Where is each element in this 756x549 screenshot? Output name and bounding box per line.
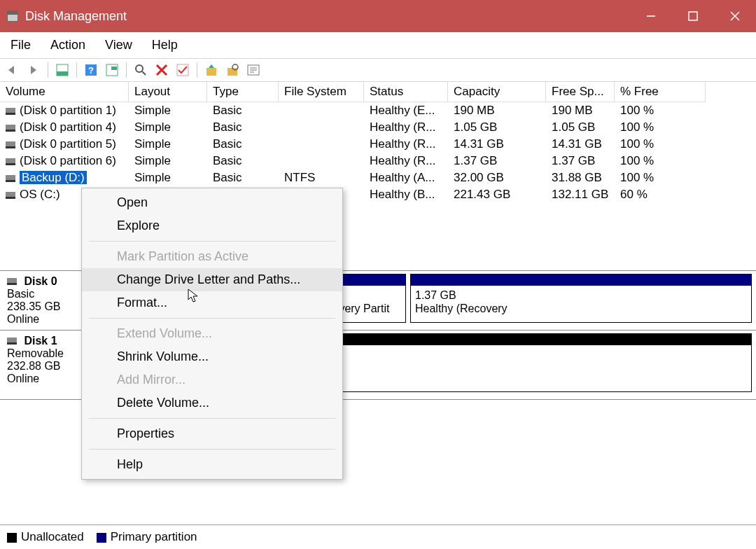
ctx-shrink-volume[interactable]: Shrink Volume... [82, 345, 342, 368]
help-icon[interactable]: ? [83, 62, 99, 78]
divider [89, 318, 335, 319]
disk-icon [7, 278, 17, 285]
refresh-icon[interactable] [104, 62, 120, 78]
col-layout[interactable]: Layout [129, 82, 207, 102]
volume-list: Volume Layout Type File System Status Ca… [0, 82, 756, 203]
minimize-button[interactable] [630, 0, 672, 32]
check-icon[interactable] [174, 62, 191, 78]
title-bar: Disk Management [0, 0, 756, 32]
menu-action[interactable]: Action [47, 36, 89, 54]
col-fs[interactable]: File System [279, 82, 364, 102]
menu-bar: File Action View Help [0, 32, 756, 59]
disk-icon [6, 125, 15, 132]
col-pct[interactable]: % Free [615, 82, 706, 102]
disk-icon [6, 158, 15, 165]
ctx-change-drive-letter[interactable]: Change Drive Letter and Paths... [82, 268, 342, 291]
table-row-selected[interactable]: Backup (D:) Simple Basic NTFS Healthy (A… [0, 169, 756, 186]
delete-icon[interactable] [153, 62, 170, 78]
svg-rect-5 [57, 71, 68, 76]
col-volume[interactable]: Volume [0, 82, 129, 102]
partition[interactable]: 1.37 GBHealthy (Recovery [410, 274, 752, 323]
ctx-open[interactable]: Open [82, 191, 342, 214]
divider [89, 418, 335, 419]
legend: Unallocated Primary partition [0, 524, 756, 549]
menu-file[interactable]: File [7, 36, 34, 54]
maximize-button[interactable] [672, 0, 714, 32]
back-icon[interactable] [4, 62, 21, 78]
table-row[interactable]: (Disk 0 partition 4) Simple Basic Health… [0, 119, 756, 136]
svg-rect-15 [206, 68, 216, 76]
cursor-icon [188, 289, 202, 306]
disk-icon [7, 338, 17, 345]
context-menu: Open Explore Mark Partition as Active Ch… [81, 188, 343, 480]
ctx-help[interactable]: Help [82, 453, 342, 476]
detach-vhd-icon[interactable] [224, 62, 241, 78]
volume-list-header: Volume Layout Type File System Status Ca… [0, 82, 756, 102]
col-status[interactable]: Status [364, 82, 448, 102]
swatch-primary [97, 533, 106, 543]
swatch-unallocated [7, 533, 17, 543]
divider [89, 241, 335, 242]
svg-rect-16 [227, 68, 237, 76]
disk-icon [6, 108, 15, 115]
divider [89, 449, 335, 450]
toolbar: ? [0, 59, 756, 82]
window-title: Disk Management [25, 9, 630, 24]
table-row[interactable]: (Disk 0 partition 5) Simple Basic Health… [0, 136, 756, 153]
ctx-explore[interactable]: Explore [82, 214, 342, 237]
col-type[interactable]: Type [207, 82, 279, 102]
close-button[interactable] [714, 0, 756, 32]
menu-help[interactable]: Help [148, 36, 181, 54]
disk-icon [6, 141, 15, 148]
rescan-icon[interactable] [132, 62, 149, 78]
ctx-properties[interactable]: Properties [82, 422, 342, 445]
ctx-extend-volume: Extend Volume... [82, 322, 342, 345]
col-capacity[interactable]: Capacity [448, 82, 546, 102]
disk-icon [6, 175, 15, 182]
svg-point-10 [136, 65, 143, 72]
ctx-add-mirror: Add Mirror... [82, 368, 342, 391]
ctx-delete-volume[interactable]: Delete Volume... [82, 391, 342, 415]
ctx-mark-active: Mark Partition as Active [82, 245, 342, 268]
menu-view[interactable]: View [102, 36, 136, 54]
properties-icon[interactable] [245, 62, 262, 78]
show-hide-icon[interactable] [54, 62, 71, 78]
svg-text:?: ? [88, 65, 94, 76]
svg-line-11 [142, 71, 146, 75]
ctx-format[interactable]: Format... [82, 291, 342, 314]
attach-vhd-icon[interactable] [203, 62, 220, 78]
svg-rect-9 [111, 67, 117, 70]
app-icon [7, 11, 18, 22]
table-row[interactable]: (Disk 0 partition 6) Simple Basic Health… [0, 153, 756, 169]
forward-icon[interactable] [25, 62, 42, 78]
svg-rect-1 [689, 12, 697, 20]
table-row[interactable]: (Disk 0 partition 1) Simple Basic Health… [0, 102, 756, 119]
disk-icon [6, 192, 15, 199]
col-free[interactable]: Free Sp... [546, 82, 615, 102]
